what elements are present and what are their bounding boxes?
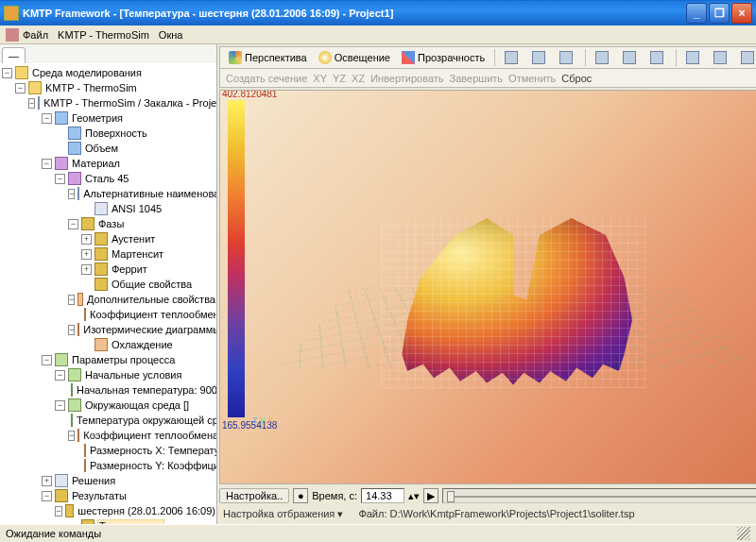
- expand-icon[interactable]: −: [55, 370, 65, 381]
- tree-steel[interactable]: Сталь 45: [84, 173, 129, 184]
- tree-initcond[interactable]: Начальные условия: [84, 369, 182, 381]
- minimize-button[interactable]: _: [686, 3, 707, 24]
- tree-material[interactable]: Материал: [71, 158, 121, 169]
- surface-icon: [68, 127, 81, 140]
- tree-dimy[interactable]: Размерность Y: Коэффици: [89, 460, 216, 471]
- time-input[interactable]: [361, 488, 404, 503]
- expand-icon[interactable]: −: [68, 431, 75, 441]
- expand-icon[interactable]: −: [42, 491, 52, 501]
- tool-icon: [505, 51, 518, 64]
- envtemp-icon: [71, 414, 73, 427]
- expand-icon[interactable]: −: [28, 98, 35, 109]
- expand-icon[interactable]: +: [81, 264, 92, 275]
- tree-envtemp[interactable]: Температура окружающей сре: [76, 415, 216, 426]
- tree-altnames[interactable]: Альтернативные наименования: [82, 188, 216, 199]
- tool-button[interactable]: [681, 49, 707, 66]
- tree-procparam[interactable]: Параметры процесса: [71, 354, 176, 365]
- tool-icon: [532, 51, 545, 64]
- tree-surface[interactable]: Поверхность: [84, 127, 148, 139]
- tree-root[interactable]: Среда моделирования: [31, 67, 143, 78]
- tool-button[interactable]: [555, 49, 580, 66]
- tree-solutions[interactable]: Решения: [71, 475, 116, 486]
- tree-gear[interactable]: шестерня (28.01.2006 16:09): [77, 505, 216, 517]
- restore-button[interactable]: ❐: [709, 3, 730, 24]
- expand-icon[interactable]: −: [55, 506, 62, 517]
- display-settings[interactable]: Настройка отбражения: [223, 508, 335, 519]
- tree-phases[interactable]: Фазы: [97, 218, 125, 229]
- reset-button[interactable]: Сброс: [561, 73, 592, 84]
- tree-addprops[interactable]: Дополнительные свойства: [86, 294, 216, 305]
- tree-mart[interactable]: Мартенсит: [111, 248, 164, 260]
- expand-icon[interactable]: −: [42, 113, 52, 124]
- tool-button[interactable]: [736, 49, 756, 66]
- tree[interactable]: −Среда моделирования −KMTP - ThermoSim −…: [0, 63, 216, 524]
- time-slider[interactable]: [442, 488, 756, 503]
- menu-app[interactable]: KMTP - ThermoSim: [58, 29, 149, 41]
- tree-env[interactable]: Окружающая среда []: [84, 399, 190, 411]
- menu-windows[interactable]: Окна: [159, 29, 183, 41]
- separator: [585, 49, 586, 66]
- phase-icon: [94, 263, 108, 276]
- yz-button[interactable]: YZ: [333, 73, 346, 84]
- expand-icon[interactable]: −: [2, 68, 12, 78]
- tree-dimx[interactable]: Размерность X: Температу: [89, 445, 216, 456]
- expand-icon[interactable]: −: [68, 219, 78, 229]
- tree-hcoef2[interactable]: Коэффициент теплообмена: [82, 430, 216, 441]
- resize-grip[interactable]: [737, 527, 750, 540]
- perspective-button[interactable]: Перспектива: [224, 49, 312, 66]
- expand-icon[interactable]: +: [42, 476, 52, 486]
- xy-button[interactable]: XY: [313, 73, 327, 84]
- expand-icon[interactable]: +: [81, 234, 92, 245]
- tree-heatcoef[interactable]: Коэффициент теплообмена: [89, 309, 216, 320]
- lighting-button[interactable]: Освещение: [314, 49, 395, 66]
- viewport-3d[interactable]: 402.8120481 165.9554138 z y x: [219, 90, 756, 484]
- tree-ansi[interactable]: ANSI 1045: [111, 203, 163, 214]
- cancel-button[interactable]: Отменить: [508, 73, 556, 84]
- tree-temperature[interactable]: Температура: [97, 519, 164, 524]
- expand-icon[interactable]: −: [68, 295, 75, 305]
- tool-button[interactable]: [645, 49, 671, 66]
- expand-icon[interactable]: −: [55, 174, 65, 184]
- tree-ferr[interactable]: Феррит: [111, 263, 148, 275]
- tree-results[interactable]: Результаты: [71, 490, 128, 501]
- record-button[interactable]: ●: [293, 488, 308, 503]
- tool-button[interactable]: [500, 49, 525, 66]
- expand-icon[interactable]: −: [15, 83, 26, 93]
- expand-icon[interactable]: −: [68, 325, 75, 335]
- tool-icon: [741, 51, 754, 64]
- time-spinner[interactable]: ▴▾: [408, 490, 420, 502]
- expand-icon[interactable]: +: [81, 249, 92, 260]
- tree-cooling[interactable]: Охлаждение: [111, 339, 174, 350]
- tool-button[interactable]: [527, 49, 553, 66]
- tree-isodiag[interactable]: Изотермические диаграммы: [82, 324, 216, 335]
- tree-project[interactable]: KMTP - ThermoSim / Закалка - Project1: [43, 97, 216, 109]
- close-button[interactable]: ×: [731, 3, 752, 24]
- tool-button[interactable]: [618, 49, 644, 66]
- setup-button[interactable]: Настройка..: [219, 488, 289, 503]
- tool-button[interactable]: [591, 49, 616, 66]
- transparency-button[interactable]: Прозрачность: [397, 49, 490, 66]
- scale-max: 402.8120481: [222, 90, 277, 99]
- status-text: Ожидание команды: [6, 528, 101, 539]
- tree-volume[interactable]: Объем: [84, 143, 119, 154]
- sol-icon: [55, 474, 68, 487]
- tree-tab[interactable]: —: [2, 47, 26, 63]
- invert-button[interactable]: Инвертировать: [370, 73, 443, 84]
- finish-button[interactable]: Завершить: [450, 73, 503, 84]
- expand-icon[interactable]: −: [55, 400, 65, 411]
- menu-file[interactable]: Файл: [23, 29, 48, 41]
- expand-icon[interactable]: −: [68, 189, 75, 199]
- expand-icon[interactable]: −: [42, 159, 52, 169]
- tree-kmtp[interactable]: KMTP - ThermoSim: [44, 82, 138, 93]
- tree-aust[interactable]: Аустенит: [111, 233, 156, 245]
- transparency-label: Прозрачность: [418, 52, 485, 63]
- tree-inittemp[interactable]: Начальная температура: 900 [г: [76, 384, 216, 396]
- create-section[interactable]: Создать сечение: [226, 73, 307, 84]
- tree-geom[interactable]: Геометрия: [71, 112, 124, 124]
- xz-button[interactable]: XZ: [352, 73, 365, 84]
- play-button[interactable]: ▶: [423, 488, 438, 503]
- tool-icon: [623, 51, 636, 64]
- expand-icon[interactable]: −: [42, 355, 52, 365]
- tree-common[interactable]: Общие свойства: [111, 279, 193, 290]
- tool-button[interactable]: [709, 49, 734, 66]
